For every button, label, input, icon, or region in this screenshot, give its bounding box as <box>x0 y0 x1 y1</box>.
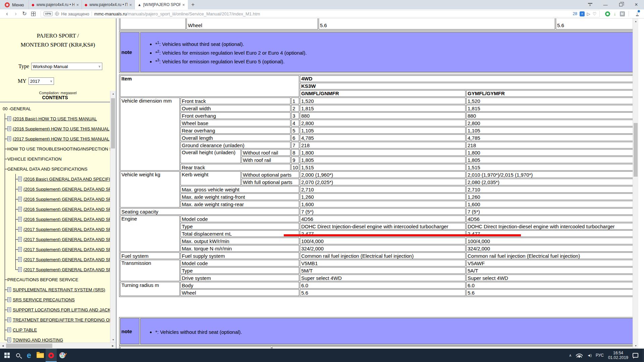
sidebar-link[interactable]: (2016 Basic) HOW TO USE THIS MANUAL <box>13 116 97 121</box>
browser-tab[interactable]: ◆www.pajero4x4.ru • Прос× <box>82 0 135 9</box>
sidebar-item[interactable]: (2016 Basic) HOW TO USE THIS MANUAL <box>0 114 110 124</box>
sidebar-link[interactable]: (2017 Supplement) HOW TO USE THIS MANUAL <box>13 136 109 141</box>
sidebar-item[interactable]: SUPPLEMENTAL RESTRAINT SYSTEM (SRS) <box>0 285 110 295</box>
action-center-icon[interactable] <box>633 353 638 358</box>
type-select[interactable]: Workshop Manual ∨ <box>31 63 102 70</box>
minimize-button[interactable]: — <box>598 0 613 9</box>
sidebar-link[interactable]: SUPPORT LOCATIONS FOR LIFTING AND JACKIN… <box>13 307 110 312</box>
sidebar-item[interactable]: (2016 Basic) GENERAL DATA AND SPECIFICAT… <box>0 174 110 184</box>
sidebar-link[interactable]: (2016 Supplement) GENERAL DATA AND SPECI… <box>23 207 110 212</box>
scroll-up-icon[interactable]: ▲ <box>633 18 638 24</box>
sidebar-item[interactable]: TOWING AND HOISTING <box>0 335 110 343</box>
back-button[interactable]: ‹ <box>3 9 11 18</box>
site-info-icon[interactable] <box>55 12 59 16</box>
sidebar-link[interactable]: (2016 Supplement) GENERAL DATA AND SPECI… <box>23 217 110 222</box>
main-vertical-scrollbar[interactable]: ▲ ▼ <box>633 18 638 349</box>
spec-cell: 1,600 <box>300 201 466 207</box>
sidebar-link[interactable]: (2016 Supplement) HOW TO USE THIS MANUAL <box>13 126 109 131</box>
taskbar-edge-button[interactable]: e <box>23 349 35 362</box>
sidebar-item[interactable]: CLIP TABLE <box>0 325 110 335</box>
model-year-select[interactable]: 2017 ∨ <box>29 77 54 85</box>
sidebar-link[interactable]: (2017 Supplement) GENERAL DATA AND SPECI… <box>23 257 110 262</box>
mmc-manuals-logo-icon: ▲ <box>138 3 141 7</box>
close-window-button[interactable]: × <box>629 0 644 9</box>
sidebar-link[interactable]: TOWING AND HOISTING <box>13 338 63 343</box>
sidebar-item[interactable]: (2016 Supplement) GENERAL DATA AND SPECI… <box>0 194 110 204</box>
sidebar-vertical-scrollbar[interactable]: ▲ ▼ <box>110 91 116 343</box>
opera-icon <box>48 353 54 358</box>
tab-search-button[interactable]: ∨ <box>582 0 598 9</box>
keyboard-language[interactable]: РУС <box>596 353 604 358</box>
scrollbar-thumb[interactable] <box>6 344 52 348</box>
sidebar-link[interactable]: (2016 Basic) GENERAL DATA AND SPECIFICAT… <box>23 177 110 182</box>
downloads-button[interactable]: ↓ <box>636 11 639 16</box>
sidebar-item[interactable]: (2016 Supplement) HOW TO USE THIS MANUAL <box>0 124 110 134</box>
sidebar-link[interactable]: SUPPLEMENTAL RESTRAINT SYSTEM (SRS) <box>13 287 105 292</box>
reload-button[interactable]: ↻ <box>20 9 29 18</box>
sidebar-item[interactable]: (2016 Supplement) GENERAL DATA AND SPECI… <box>0 204 110 214</box>
m-extension-icon[interactable]: M <box>620 11 625 16</box>
document-icon <box>7 116 11 121</box>
sidebar-item[interactable]: SUPPORT LOCATIONS FOR LIFTING AND JACKIN… <box>0 305 110 315</box>
start-button[interactable] <box>1 349 12 362</box>
vpn-badge[interactable]: VPN <box>44 11 53 16</box>
taskbar-paint-button[interactable] <box>57 349 68 362</box>
taskbar-explorer-button[interactable] <box>35 349 46 362</box>
speaker-icon[interactable]: ◄) <box>587 353 591 357</box>
sidebar-item[interactable]: TREATMENT BEFORE/AFTER THE FORDING OF A … <box>0 315 110 325</box>
tray-chevron-icon[interactable]: ∧ <box>569 353 572 358</box>
scrollbar-thumb[interactable] <box>634 123 638 177</box>
system-tray: ∧ ◄) РУС 16:54 01.02.2019 <box>569 349 643 362</box>
sidebar-item[interactable]: (2017 Supplement) GENERAL DATA AND SPECI… <box>0 264 110 275</box>
sidebar-link[interactable]: (2017 Supplement) GENERAL DATA AND SPECI… <box>23 237 110 242</box>
sidebar-item[interactable]: SRS SERVICE PRECAUTIONS <box>0 295 110 305</box>
restore-button[interactable] <box>613 0 629 9</box>
sidebar-link[interactable]: SRS SERVICE PRECAUTIONS <box>13 297 75 302</box>
sidebar-item[interactable]: (2016 Supplement) GENERAL DATA AND SPECI… <box>0 214 110 224</box>
scroll-up-icon[interactable]: ▲ <box>110 91 116 97</box>
sidebar-link[interactable]: CLIP TABLE <box>13 327 37 333</box>
sidebar-item[interactable]: (2017 Supplement) GENERAL DATA AND SPECI… <box>0 254 110 264</box>
scroll-down-icon[interactable]: ▼ <box>110 337 116 343</box>
document-icon <box>18 267 22 272</box>
sidebar-item[interactable]: (2017 Supplement) GENERAL DATA AND SPECI… <box>0 244 110 254</box>
close-icon[interactable]: × <box>182 2 185 7</box>
table-cell: 5.6 <box>556 18 635 29</box>
forward-button[interactable]: › <box>11 9 20 18</box>
sidebar-item[interactable]: (2016 Supplement) GENERAL DATA AND SPECI… <box>0 184 110 194</box>
close-icon[interactable]: × <box>129 2 132 7</box>
extension-ring-icon[interactable] <box>605 11 610 16</box>
sidebar-horizontal-scrollbar[interactable]: ◀ ▶ <box>0 343 116 349</box>
taskbar-opera-button[interactable] <box>46 349 57 362</box>
close-icon[interactable]: × <box>76 2 79 7</box>
sidebar-link[interactable]: (2017 Supplement) GENERAL DATA AND SPECI… <box>23 267 110 272</box>
browser-tab[interactable]: ◆www.pajero4x4.ru • Новые× <box>29 0 82 9</box>
scroll-down-icon[interactable]: ▼ <box>633 343 638 349</box>
bookmark-heart-icon[interactable]: ♡ <box>593 11 597 16</box>
taskbar-search-button[interactable] <box>12 349 23 362</box>
scroll-right-icon[interactable]: ▶ <box>110 345 116 347</box>
sidebar-item[interactable]: (2017 Supplement) GENERAL DATA AND SPECI… <box>0 224 110 234</box>
scroll-left-icon[interactable]: ◀ <box>0 345 6 347</box>
sidebar-link[interactable]: (2016 Supplement) GENERAL DATA AND SPECI… <box>23 187 110 192</box>
wifi-icon[interactable] <box>576 353 583 358</box>
my-flow-icon[interactable]: ▷ <box>587 11 590 16</box>
scrollbar-thumb[interactable] <box>111 98 115 148</box>
sidebar-link[interactable]: (2017 Supplement) GENERAL DATA AND SPECI… <box>23 227 110 232</box>
sidebar-link[interactable]: (2016 Supplement) GENERAL DATA AND SPECI… <box>23 197 110 202</box>
opera-menu-button[interactable]: Меню <box>0 0 29 9</box>
spec-cell: 324/2,000 <box>300 245 466 252</box>
clock[interactable]: 16:54 01.02.2019 <box>608 351 628 360</box>
spec-cell: Common rail fuel injection (Electrical f… <box>300 252 466 259</box>
spec-cell: With roof rail <box>241 157 290 163</box>
savefrom-extension-icon[interactable]: ↓ <box>614 11 616 16</box>
sidebar-link[interactable]: (2017 Supplement) GENERAL DATA AND SPECI… <box>23 247 110 252</box>
browser-tab[interactable]: ▲[W/M]PAJERO SPORT/MO× <box>135 0 188 9</box>
sidebar-link[interactable]: TREATMENT BEFORE/AFTER THE FORDING OF A … <box>13 317 110 322</box>
sidebar-item[interactable]: (2017 Supplement) HOW TO USE THIS MANUAL <box>0 134 110 144</box>
speed-dial-button[interactable] <box>31 12 36 16</box>
address-bar[interactable]: VPN Не защищено mmc-manuals.ru/manuals/p… <box>41 10 600 17</box>
new-tab-button[interactable]: + <box>188 0 198 9</box>
ad-blocker-icon[interactable]: × <box>580 11 585 16</box>
sidebar-item[interactable]: (2017 Supplement) GENERAL DATA AND SPECI… <box>0 234 110 244</box>
